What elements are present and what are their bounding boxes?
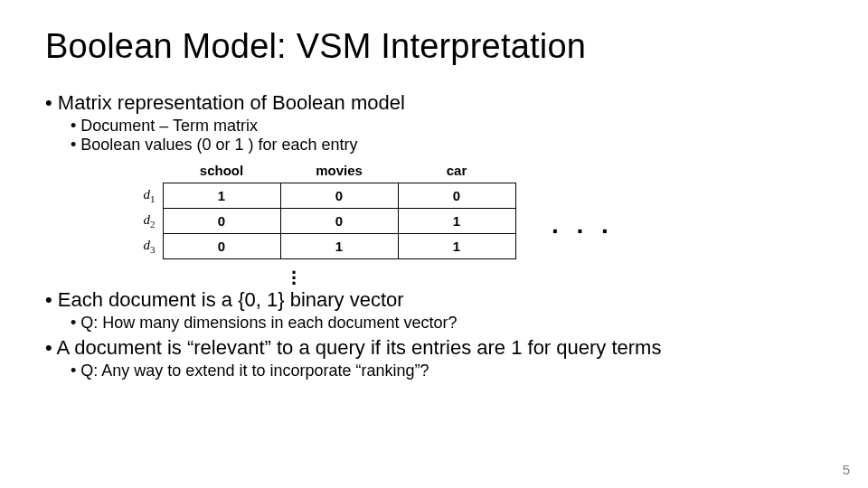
matrix-header-movies: movies — [280, 160, 398, 183]
bullet-1-sub-1: Document – Term matrix — [71, 117, 823, 136]
page-number: 5 — [843, 462, 850, 477]
table-row: d2 0 0 1 — [127, 209, 515, 234]
vertical-ellipsis-icon: ... — [285, 265, 303, 281]
cell-d3-school: 0 — [163, 234, 280, 259]
row-label-d1: d1 — [127, 183, 163, 209]
cell-d1-movies: 0 — [280, 183, 398, 209]
bullet-list-2: Each document is a {0, 1} binary vector … — [45, 288, 823, 380]
bullet-1-sub-2: Boolean values (0 or 1 ) for each entry — [71, 136, 823, 155]
row-label-d2: d2 — [127, 209, 163, 234]
slide: Boolean Model: VSM Interpretation Matrix… — [0, 0, 868, 488]
bullet-1: Matrix representation of Boolean model D… — [45, 91, 823, 155]
cell-d1-car: 0 — [398, 183, 515, 209]
table-row: d1 1 0 0 — [127, 183, 515, 209]
row-label-sub: 2 — [150, 219, 156, 230]
cell-d1-school: 1 — [163, 183, 280, 209]
cell-d2-movies: 0 — [280, 209, 398, 234]
row-label-base: d — [144, 212, 151, 227]
bullet-2: Each document is a {0, 1} binary vector … — [45, 288, 823, 333]
bullet-3: A document is “relevant” to a query if i… — [45, 336, 823, 380]
cell-d3-movies: 1 — [280, 234, 398, 259]
row-label-sub: 3 — [150, 244, 156, 255]
horizontal-ellipsis-icon: . . . — [552, 211, 614, 239]
bullet-list: Matrix representation of Boolean model D… — [45, 91, 823, 155]
matrix-header-school: school — [163, 160, 280, 183]
bullet-2-sub-1: Q: How many dimensions in each document … — [71, 314, 823, 333]
row-label-d3: d3 — [127, 234, 163, 259]
bullet-3-sublist: Q: Any way to extend it to incorporate “… — [71, 361, 823, 380]
cell-d2-school: 0 — [163, 209, 280, 234]
row-label-base: d — [144, 238, 151, 252]
page-title: Boolean Model: VSM Interpretation — [45, 27, 823, 66]
document-term-matrix: school movies car d1 1 0 0 d2 0 0 1 d3 0… — [127, 160, 516, 259]
table-row: d3 0 1 1 — [127, 234, 515, 259]
matrix-header-car: car — [398, 160, 515, 183]
bullet-1-text: Matrix representation of Boolean model — [58, 91, 405, 114]
row-label-base: d — [144, 187, 151, 202]
bullet-2-sublist: Q: How many dimensions in each document … — [71, 314, 823, 333]
cell-d2-car: 1 — [398, 209, 515, 234]
bullet-2-text: Each document is a {0, 1} binary vector — [58, 288, 404, 311]
cell-d3-car: 1 — [398, 234, 515, 259]
row-label-sub: 1 — [150, 193, 156, 204]
matrix-container: school movies car d1 1 0 0 d2 0 0 1 d3 0… — [127, 160, 823, 259]
bullet-3-sub-1: Q: Any way to extend it to incorporate “… — [71, 361, 823, 380]
bullet-1-sublist: Document – Term matrix Boolean values (0… — [71, 117, 823, 155]
bullet-3-text: A document is “relevant” to a query if i… — [57, 336, 662, 359]
matrix-header-row: school movies car — [127, 160, 515, 183]
